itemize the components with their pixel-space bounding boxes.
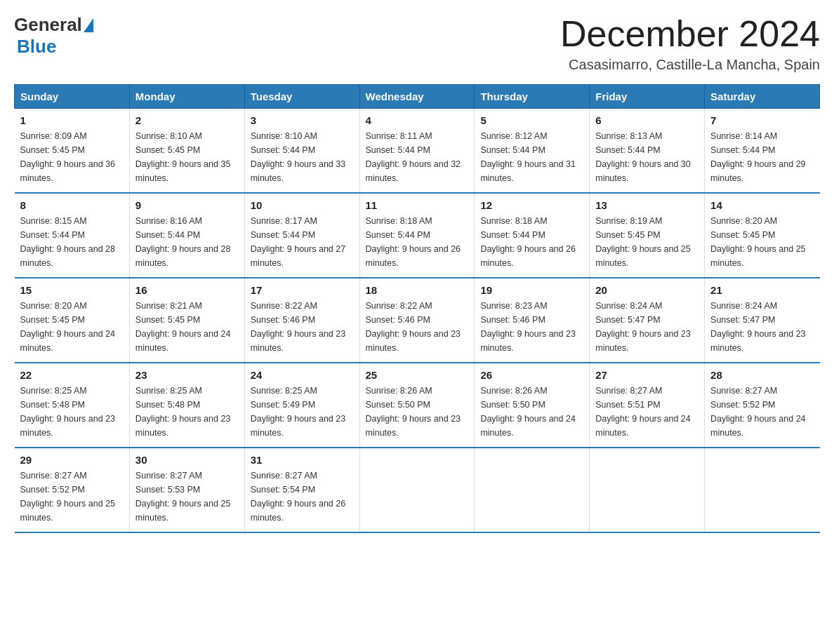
calendar-cell: 22 Sunrise: 8:25 AM Sunset: 5:48 PM Dayl… (15, 363, 130, 448)
calendar-cell: 1 Sunrise: 8:09 AM Sunset: 5:45 PM Dayli… (15, 109, 130, 194)
calendar-cell: 3 Sunrise: 8:10 AM Sunset: 5:44 PM Dayli… (244, 109, 359, 194)
calendar-cell: 6 Sunrise: 8:13 AM Sunset: 5:44 PM Dayli… (590, 109, 705, 194)
day-info: Sunrise: 8:20 AM Sunset: 5:45 PM Dayligh… (20, 299, 124, 355)
day-number: 25 (366, 369, 469, 381)
day-info: Sunrise: 8:12 AM Sunset: 5:44 PM Dayligh… (480, 129, 583, 185)
calendar-cell: 9 Sunrise: 8:16 AM Sunset: 5:44 PM Dayli… (129, 193, 244, 278)
calendar-cell: 31 Sunrise: 8:27 AM Sunset: 5:54 PM Dayl… (244, 448, 359, 532)
day-info: Sunrise: 8:27 AM Sunset: 5:52 PM Dayligh… (20, 469, 124, 525)
day-number: 7 (710, 114, 814, 126)
calendar-cell: 17 Sunrise: 8:22 AM Sunset: 5:46 PM Dayl… (244, 278, 359, 363)
calendar-cell (705, 448, 820, 532)
day-info: Sunrise: 8:27 AM Sunset: 5:51 PM Dayligh… (595, 384, 699, 440)
day-info: Sunrise: 8:27 AM Sunset: 5:52 PM Dayligh… (710, 384, 814, 440)
day-number: 11 (366, 199, 469, 211)
day-number: 22 (20, 369, 124, 381)
calendar-table: SundayMondayTuesdayWednesdayThursdayFrid… (14, 84, 820, 533)
day-info: Sunrise: 8:11 AM Sunset: 5:44 PM Dayligh… (366, 129, 469, 185)
day-number: 30 (135, 454, 239, 466)
calendar-cell: 20 Sunrise: 8:24 AM Sunset: 5:47 PM Dayl… (590, 278, 705, 363)
calendar-cell (475, 448, 590, 532)
calendar-cell: 18 Sunrise: 8:22 AM Sunset: 5:46 PM Dayl… (359, 278, 475, 363)
day-info: Sunrise: 8:21 AM Sunset: 5:45 PM Dayligh… (135, 299, 239, 355)
location-subtitle: Casasimarro, Castille-La Mancha, Spain (560, 57, 820, 73)
day-info: Sunrise: 8:25 AM Sunset: 5:48 PM Dayligh… (20, 384, 124, 440)
day-info: Sunrise: 8:22 AM Sunset: 5:46 PM Dayligh… (251, 299, 354, 355)
day-number: 12 (480, 199, 583, 211)
day-number: 27 (595, 369, 699, 381)
calendar-cell: 21 Sunrise: 8:24 AM Sunset: 5:47 PM Dayl… (705, 278, 820, 363)
calendar-cell: 12 Sunrise: 8:18 AM Sunset: 5:44 PM Dayl… (475, 193, 590, 278)
day-number: 31 (251, 454, 354, 466)
week-row-5: 29 Sunrise: 8:27 AM Sunset: 5:52 PM Dayl… (15, 448, 820, 532)
day-number: 16 (135, 284, 239, 296)
logo-general-text: General (14, 14, 82, 36)
calendar-cell: 19 Sunrise: 8:23 AM Sunset: 5:46 PM Dayl… (475, 278, 590, 363)
calendar-cell: 8 Sunrise: 8:15 AM Sunset: 5:44 PM Dayli… (15, 193, 130, 278)
logo: General Blue (14, 14, 95, 58)
calendar-cell: 28 Sunrise: 8:27 AM Sunset: 5:52 PM Dayl… (705, 363, 820, 448)
calendar-cell: 15 Sunrise: 8:20 AM Sunset: 5:45 PM Dayl… (15, 278, 130, 363)
calendar-cell: 10 Sunrise: 8:17 AM Sunset: 5:44 PM Dayl… (244, 193, 359, 278)
day-number: 20 (595, 284, 699, 296)
day-info: Sunrise: 8:18 AM Sunset: 5:44 PM Dayligh… (480, 214, 583, 270)
day-number: 10 (251, 199, 354, 211)
day-info: Sunrise: 8:15 AM Sunset: 5:44 PM Dayligh… (20, 214, 124, 270)
weekday-header-friday: Friday (590, 85, 705, 109)
day-number: 28 (710, 369, 814, 381)
day-number: 3 (251, 114, 354, 126)
calendar-cell: 30 Sunrise: 8:27 AM Sunset: 5:53 PM Dayl… (129, 448, 244, 532)
week-row-4: 22 Sunrise: 8:25 AM Sunset: 5:48 PM Dayl… (15, 363, 820, 448)
day-number: 4 (366, 114, 469, 126)
week-row-3: 15 Sunrise: 8:20 AM Sunset: 5:45 PM Dayl… (15, 278, 820, 363)
day-info: Sunrise: 8:25 AM Sunset: 5:48 PM Dayligh… (135, 384, 239, 440)
day-number: 23 (135, 369, 239, 381)
day-info: Sunrise: 8:16 AM Sunset: 5:44 PM Dayligh… (135, 214, 239, 270)
day-number: 6 (595, 114, 699, 126)
calendar-cell: 16 Sunrise: 8:21 AM Sunset: 5:45 PM Dayl… (129, 278, 244, 363)
calendar-cell: 27 Sunrise: 8:27 AM Sunset: 5:51 PM Dayl… (590, 363, 705, 448)
calendar-cell: 11 Sunrise: 8:18 AM Sunset: 5:44 PM Dayl… (359, 193, 475, 278)
weekday-header-thursday: Thursday (475, 85, 590, 109)
calendar-cell: 26 Sunrise: 8:26 AM Sunset: 5:50 PM Dayl… (475, 363, 590, 448)
day-info: Sunrise: 8:24 AM Sunset: 5:47 PM Dayligh… (595, 299, 699, 355)
calendar-cell: 4 Sunrise: 8:11 AM Sunset: 5:44 PM Dayli… (359, 109, 475, 194)
day-info: Sunrise: 8:14 AM Sunset: 5:44 PM Dayligh… (710, 129, 814, 185)
day-info: Sunrise: 8:24 AM Sunset: 5:47 PM Dayligh… (710, 299, 814, 355)
day-number: 19 (480, 284, 583, 296)
day-number: 9 (135, 199, 239, 211)
day-info: Sunrise: 8:18 AM Sunset: 5:44 PM Dayligh… (366, 214, 469, 270)
day-number: 8 (20, 199, 124, 211)
day-info: Sunrise: 8:13 AM Sunset: 5:44 PM Dayligh… (595, 129, 699, 185)
weekday-header-monday: Monday (129, 85, 244, 109)
day-number: 2 (135, 114, 239, 126)
day-info: Sunrise: 8:17 AM Sunset: 5:44 PM Dayligh… (251, 214, 354, 270)
calendar-cell (590, 448, 705, 532)
day-number: 21 (710, 284, 814, 296)
calendar-cell: 7 Sunrise: 8:14 AM Sunset: 5:44 PM Dayli… (705, 109, 820, 194)
calendar-cell: 25 Sunrise: 8:26 AM Sunset: 5:50 PM Dayl… (359, 363, 475, 448)
day-number: 17 (251, 284, 354, 296)
logo-triangle-icon (84, 18, 93, 32)
day-info: Sunrise: 8:23 AM Sunset: 5:46 PM Dayligh… (480, 299, 583, 355)
day-info: Sunrise: 8:19 AM Sunset: 5:45 PM Dayligh… (595, 214, 699, 270)
calendar-cell: 13 Sunrise: 8:19 AM Sunset: 5:45 PM Dayl… (590, 193, 705, 278)
calendar-cell: 5 Sunrise: 8:12 AM Sunset: 5:44 PM Dayli… (475, 109, 590, 194)
day-number: 15 (20, 284, 124, 296)
month-title: December 2024 (560, 14, 820, 54)
weekday-header-sunday: Sunday (15, 85, 130, 109)
title-area: December 2024 Casasimarro, Castille-La M… (560, 14, 820, 73)
calendar-cell: 29 Sunrise: 8:27 AM Sunset: 5:52 PM Dayl… (15, 448, 130, 532)
calendar-cell: 23 Sunrise: 8:25 AM Sunset: 5:48 PM Dayl… (129, 363, 244, 448)
day-number: 29 (20, 454, 124, 466)
weekday-header-row: SundayMondayTuesdayWednesdayThursdayFrid… (15, 85, 820, 109)
day-info: Sunrise: 8:26 AM Sunset: 5:50 PM Dayligh… (480, 384, 583, 440)
weekday-header-saturday: Saturday (705, 85, 820, 109)
day-info: Sunrise: 8:25 AM Sunset: 5:49 PM Dayligh… (251, 384, 354, 440)
day-info: Sunrise: 8:10 AM Sunset: 5:45 PM Dayligh… (135, 129, 239, 185)
day-number: 5 (480, 114, 583, 126)
day-info: Sunrise: 8:09 AM Sunset: 5:45 PM Dayligh… (20, 129, 124, 185)
logo-blue-text: Blue (17, 36, 56, 57)
calendar-cell: 24 Sunrise: 8:25 AM Sunset: 5:49 PM Dayl… (244, 363, 359, 448)
day-info: Sunrise: 8:27 AM Sunset: 5:53 PM Dayligh… (135, 469, 239, 525)
